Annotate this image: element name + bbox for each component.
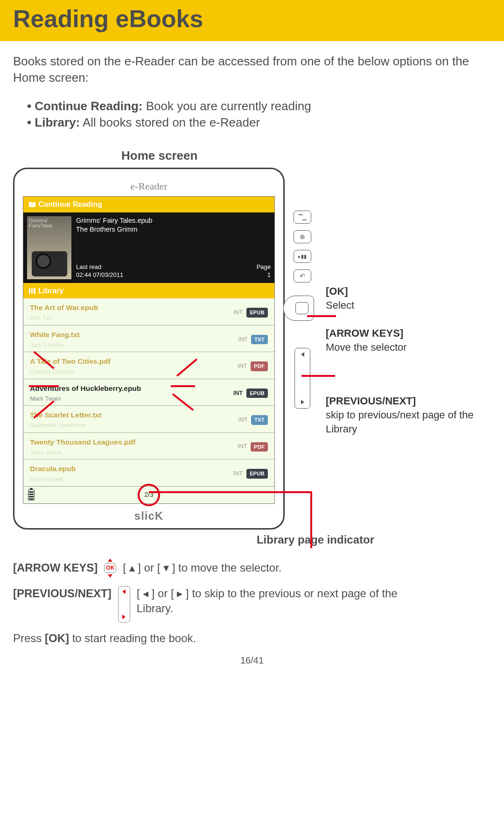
format-badge: EPUB — [246, 469, 268, 479]
device-side-buttons: ▔▁ ⊕ ▸▮▮ ↶ — [285, 168, 320, 409]
current-book-title: Grimms' Fairy Tales.epub — [76, 216, 271, 226]
format-badge: EPUB — [246, 389, 268, 398]
format-badge: PDF — [251, 442, 268, 452]
device-title: e-Reader — [23, 179, 275, 193]
intro-text: Books stored on the e-Reader can be acce… — [13, 53, 491, 86]
storage-label: INT — [238, 362, 247, 370]
library-item[interactable]: White Fang.txtJack LondonINTTXT — [23, 325, 274, 352]
lastread-value: 02:44 07/03/2011 — [76, 271, 123, 279]
library-page-indicator-label: Library page indicator — [13, 532, 374, 547]
home-button-icon[interactable]: ▔▁ — [294, 211, 311, 224]
leader-line — [310, 492, 312, 548]
prev-arrow-icon — [301, 352, 304, 357]
page-number: 16/41 — [13, 654, 491, 667]
library-item-author: Mark Twain — [30, 395, 141, 403]
zoom-button-icon[interactable]: ⊕ — [294, 230, 311, 243]
leader-line — [307, 315, 336, 317]
format-badge: TXT — [251, 415, 268, 425]
instruction-prevnext: [PREVIOUS/NEXT] [ ◂ ] or [ ▸ ] to skip t… — [13, 586, 491, 622]
library-item-title: Dracula.epub — [30, 464, 76, 474]
prevnext-rocker[interactable] — [294, 348, 310, 409]
library-item-author: Charles Dickens — [30, 368, 111, 376]
library-item-author: Sun Tzu — [30, 314, 98, 322]
instruction-press-ok: Press [OK] to start reading the book. — [13, 631, 491, 646]
ereader-device: e-Reader Continue Reading Grimms' FairyT… — [13, 168, 285, 530]
next-arrow-icon — [301, 400, 304, 404]
callout-arrows: [ARROW KEYS] Move the selector — [326, 326, 491, 354]
library-stack-icon — [29, 288, 35, 294]
library-item[interactable]: A Tale of Two Cities.pdfCharles DickensI… — [23, 352, 274, 379]
header-band: Reading eBooks — [0, 0, 504, 41]
callout-prevnext: [PREVIOUS/NEXT] skip to previous/next pa… — [326, 394, 491, 436]
library-item-title: White Fang.txt — [30, 330, 80, 340]
prevnext-key-illustration — [118, 586, 130, 622]
battery-icon — [28, 489, 35, 501]
red-circle-annotation — [138, 484, 160, 506]
library-item[interactable]: Twenty Thousand Leagues.pdfJules VerneIN… — [23, 433, 274, 459]
instruction-arrow-keys: [ARROW KEYS] OK [ ▴ ] or [ ▾ ] to move t… — [13, 558, 491, 577]
page-title: Reading eBooks — [13, 5, 491, 33]
option-library: Library: All books stored on the e-Reade… — [27, 114, 491, 131]
library-item-author: Bram Stoker — [30, 475, 76, 483]
library-item[interactable]: The Art of War.epubSun TzuINTEPUB — [23, 298, 274, 325]
playpause-button-icon[interactable]: ▸▮▮ — [294, 250, 311, 263]
option-continue: Continue Reading: Book you are currently… — [27, 98, 491, 114]
device-screen: Continue Reading Grimms' FairyTales Grim… — [23, 196, 275, 503]
lastread-label: Last read — [76, 263, 123, 271]
storage-label: INT — [233, 389, 243, 397]
book-icon — [29, 202, 35, 207]
library-item-author: Jack London — [30, 341, 80, 349]
format-badge: EPUB — [246, 308, 268, 318]
homescreen-label: Home screen — [121, 148, 491, 164]
library-item-author: Nathaniel Hawthorne — [30, 421, 101, 430]
library-item[interactable]: Adventures of Huckleberry.epubMark Twain… — [23, 379, 274, 406]
status-bar: 2/3 — [23, 486, 274, 503]
callouts: [OK] Select [ARROW KEYS] Move the select… — [320, 168, 491, 450]
book-cover: Grimms' FairyTales — [27, 216, 71, 279]
format-badge: PDF — [251, 361, 268, 371]
library-item-author: Jules Verne — [30, 448, 135, 457]
selector-mark — [29, 385, 59, 387]
leader-line — [149, 491, 312, 493]
page-value: 1 — [257, 271, 271, 279]
storage-label: INT — [238, 443, 247, 451]
ok-key-illustration: OK — [104, 558, 116, 577]
current-book-author: The Brothers Grimm — [76, 225, 271, 234]
format-badge: TXT — [251, 335, 268, 345]
storage-label: INT — [233, 309, 243, 317]
library-item-title: Twenty Thousand Leagues.pdf — [30, 438, 135, 447]
options-list: Continue Reading: Book you are currently… — [13, 86, 491, 140]
device-brand: slicK — [23, 509, 275, 523]
library-item-title: The Art of War.epub — [30, 303, 98, 313]
callout-ok: [OK] Select — [326, 284, 491, 312]
library-list: The Art of War.epubSun TzuINTEPUBWhite F… — [23, 298, 274, 486]
storage-label: INT — [238, 416, 247, 424]
ok-dpad[interactable] — [287, 296, 318, 322]
selector-mark — [171, 385, 195, 387]
storage-label: INT — [233, 470, 243, 478]
continue-reading-header: Continue Reading — [23, 197, 274, 212]
leader-line — [301, 375, 335, 377]
library-item[interactable]: Dracula.epubBram StokerINTEPUB — [23, 459, 274, 486]
library-header: Library — [23, 283, 274, 299]
page-label: Page — [257, 263, 271, 271]
library-item[interactable]: The Scarlet Letter.txtNathaniel Hawthorn… — [23, 406, 274, 432]
continue-reading-card[interactable]: Grimms' FairyTales Grimms' Fairy Tales.e… — [23, 212, 274, 283]
storage-label: INT — [238, 336, 247, 344]
back-button-icon[interactable]: ↶ — [294, 269, 311, 283]
